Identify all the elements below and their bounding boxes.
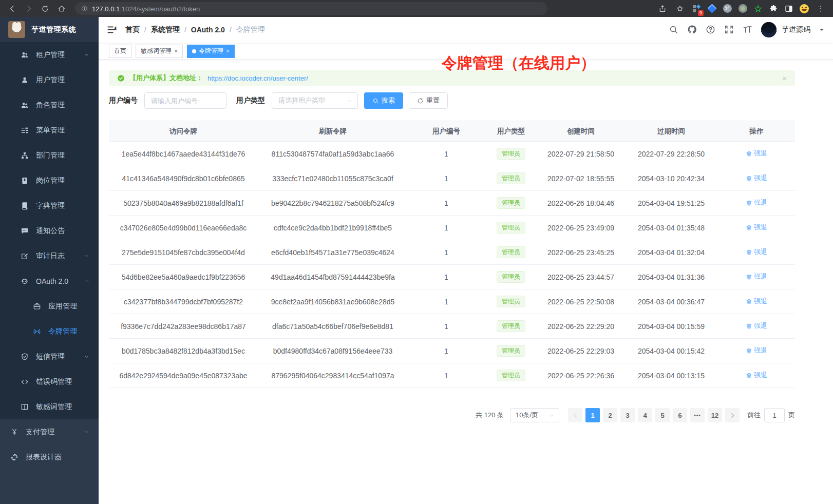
force-logout-button[interactable]: 强退 bbox=[746, 346, 767, 355]
refresh-token-cell: b0df4980ffd34c67a08f9156e4eee733 bbox=[258, 339, 408, 363]
force-logout-button[interactable]: 强退 bbox=[746, 198, 767, 207]
fullscreen-icon[interactable] bbox=[724, 25, 734, 35]
browser-menu-icon[interactable] bbox=[813, 2, 828, 16]
close-icon[interactable]: × bbox=[226, 48, 230, 54]
back-icon[interactable] bbox=[5, 2, 20, 16]
breadcrumb-item[interactable]: 系统管理 bbox=[151, 25, 180, 34]
tab-敏感词管理[interactable]: 敏感词管理× bbox=[136, 45, 183, 58]
caret-down-icon[interactable] bbox=[819, 27, 825, 33]
sidebar-item-tenant[interactable]: 租户管理 bbox=[0, 42, 99, 67]
force-logout-button[interactable]: 强退 bbox=[746, 149, 767, 158]
site-info-icon[interactable] bbox=[81, 5, 88, 12]
sidebar-item-sensitive[interactable]: 敏感词管理 bbox=[0, 394, 99, 419]
tab-首页[interactable]: 首页 bbox=[109, 45, 131, 58]
username[interactable]: 芋道源码 bbox=[782, 25, 810, 34]
profile-emoji-icon[interactable] bbox=[798, 3, 810, 15]
app-logo-bar[interactable]: 芋道管理系统 bbox=[0, 17, 99, 42]
green-star-extension-icon[interactable] bbox=[752, 3, 764, 15]
command-extension-icon[interactable]: ⌘ bbox=[721, 3, 733, 15]
page-button-3[interactable]: 3 bbox=[620, 408, 635, 422]
sidebar-item-dict[interactable]: 字典管理 bbox=[0, 193, 99, 218]
sidebar-item-user[interactable]: 用户管理 bbox=[0, 67, 99, 92]
font-size-icon[interactable] bbox=[743, 25, 753, 35]
force-logout-button[interactable]: 强退 bbox=[746, 297, 767, 306]
sidebar-item-audit-log[interactable]: 审计日志 bbox=[0, 243, 99, 268]
trash-icon bbox=[746, 200, 752, 206]
page-button-6[interactable]: 6 bbox=[673, 408, 687, 422]
force-logout-button[interactable]: 强退 bbox=[746, 272, 767, 281]
alert-close-icon[interactable]: × bbox=[782, 74, 787, 83]
sidebar-item-role[interactable]: 角色管理 bbox=[0, 92, 99, 118]
page-size-select[interactable]: 10条/页 bbox=[510, 408, 559, 422]
force-logout-button[interactable]: 强退 bbox=[746, 223, 767, 232]
page-button-1[interactable]: 1 bbox=[585, 408, 600, 422]
force-logout-button[interactable]: 强退 bbox=[746, 173, 767, 183]
share-icon[interactable] bbox=[655, 2, 670, 16]
sidebar-item-oauth2[interactable]: OAuth 2.0 bbox=[0, 268, 99, 294]
trash-icon bbox=[746, 224, 752, 231]
force-logout-button[interactable]: 强退 bbox=[746, 247, 767, 257]
user-id-input[interactable] bbox=[144, 92, 226, 109]
reset-button[interactable]: 重置 bbox=[409, 92, 448, 109]
gem-extension-icon[interactable] bbox=[706, 3, 718, 15]
tab-label: 敏感词管理 bbox=[141, 47, 172, 55]
token-table: 访问令牌刷新令牌用户编号用户类型创建时间过期时间操作 1ea5e44f8bc14… bbox=[109, 121, 795, 388]
side-panel-icon[interactable] bbox=[783, 3, 795, 15]
page-button-5[interactable]: 5 bbox=[655, 408, 670, 422]
url-bar[interactable]: 127.0.0.1:1024/system/oauth2/token bbox=[75, 2, 547, 15]
sidebar-item-error-code[interactable]: 错误码管理 bbox=[0, 369, 99, 394]
user-type-select[interactable]: 请选择用户类型 bbox=[272, 92, 358, 109]
force-logout-button[interactable]: 强退 bbox=[746, 371, 767, 380]
page-button-2[interactable]: 2 bbox=[603, 408, 617, 422]
sidebar-menu: 租户管理用户管理角色管理菜单管理部门管理岗位管理字典管理通知公告审计日志OAut… bbox=[0, 42, 99, 504]
sidebar-item-menu[interactable]: 菜单管理 bbox=[0, 118, 99, 143]
search-icon[interactable] bbox=[669, 25, 679, 35]
help-icon[interactable] bbox=[706, 25, 716, 35]
signal-icon bbox=[33, 327, 41, 336]
sidebar-item-sms[interactable]: 短信管理 bbox=[0, 344, 99, 369]
forward-icon[interactable] bbox=[22, 2, 36, 16]
force-logout-label: 强退 bbox=[754, 346, 767, 355]
home-icon[interactable] bbox=[54, 2, 69, 16]
refresh-token-cell: e6cfd40eb1f54571a31e775e039c4624 bbox=[258, 240, 408, 265]
action-cell: 强退 bbox=[718, 166, 795, 191]
sidebar-item-notice[interactable]: 通知公告 bbox=[0, 218, 99, 243]
proxy-extension-icon[interactable]: 9 bbox=[690, 3, 703, 15]
recorder-extension-icon[interactable] bbox=[736, 3, 749, 15]
sidebar-item-report[interactable]: 报表设计器 bbox=[0, 444, 99, 470]
hamburger-icon[interactable] bbox=[107, 25, 117, 35]
sidebar-item-dept[interactable]: 部门管理 bbox=[0, 143, 99, 168]
search-button[interactable]: 搜索 bbox=[364, 92, 403, 109]
page-button-12[interactable]: 12 bbox=[708, 408, 722, 422]
expires-at-cell: 2054-03-04 00:15:59 bbox=[624, 314, 718, 339]
breadcrumb-item[interactable]: OAuth 2.0 bbox=[191, 26, 225, 34]
extensions-puzzle-icon[interactable] bbox=[767, 3, 780, 15]
force-logout-button[interactable]: 强退 bbox=[746, 321, 767, 331]
goto-page-input[interactable] bbox=[764, 408, 785, 422]
breadcrumb-item[interactable]: 首页 bbox=[125, 25, 140, 34]
badge-icon bbox=[21, 177, 29, 185]
sidebar-item-post[interactable]: 岗位管理 bbox=[0, 168, 99, 193]
alert-link[interactable]: https://doc.iocoder.cn/user-center/ bbox=[207, 74, 308, 82]
action-cell: 强退 bbox=[718, 216, 795, 240]
tab-令牌管理[interactable]: 令牌管理× bbox=[187, 45, 235, 58]
page-button-4[interactable]: 4 bbox=[638, 408, 652, 422]
sidebar-item-label: 字典管理 bbox=[36, 201, 65, 210]
reload-icon[interactable] bbox=[38, 2, 52, 16]
trash-icon bbox=[746, 347, 752, 354]
trash-icon bbox=[746, 323, 752, 329]
force-logout-label: 强退 bbox=[754, 223, 767, 232]
close-icon[interactable]: × bbox=[174, 48, 178, 54]
avatar[interactable] bbox=[761, 22, 777, 37]
more-pages-button[interactable]: ••• bbox=[690, 408, 705, 422]
next-page-button[interactable] bbox=[725, 408, 740, 422]
sidebar-item-pay[interactable]: 支付管理 bbox=[0, 419, 99, 444]
sidebar-item-oauth2-app[interactable]: 应用管理 bbox=[0, 294, 99, 319]
shield-icon bbox=[21, 353, 29, 361]
app-logo bbox=[8, 21, 25, 38]
github-icon[interactable] bbox=[687, 25, 697, 35]
bookmark-star-icon[interactable] bbox=[673, 2, 687, 16]
sidebar-item-oauth2-token[interactable]: 令牌管理 bbox=[0, 319, 99, 344]
prev-page-button[interactable] bbox=[568, 408, 582, 422]
sidebar-item-label: 错误码管理 bbox=[36, 377, 72, 386]
